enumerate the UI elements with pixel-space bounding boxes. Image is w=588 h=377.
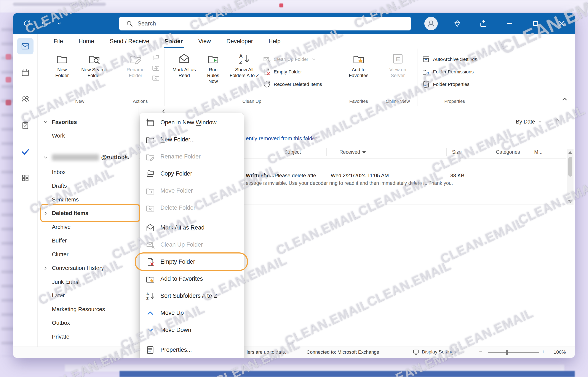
menu-item-add-to-favorites[interactable]: Add to Favorites [140,270,244,287]
account-header[interactable]: @outlook. [38,149,138,165]
recover-deleted-items-button[interactable]: Recover Deleted Items [263,79,334,90]
ribbon-group-online-view: View on Server Online View [378,48,417,106]
column-categories[interactable]: Categories [496,149,520,155]
account-avatar[interactable] [418,13,444,34]
premium-diamond-button[interactable] [444,13,470,34]
folder-item-outbox[interactable]: Outbox [38,316,138,330]
undo-icon[interactable] [39,19,48,28]
folder-item-deleted-items[interactable]: Deleted Items [38,206,138,220]
zoom-slider-thumb[interactable] [506,350,508,355]
folder-item-later[interactable]: Later [38,289,138,303]
run-rules-now-button[interactable]: Run Rules Now [200,50,226,87]
ribbon-group-favorites: Add to Favorites Favorites [339,48,378,106]
folder-item-marketing-resources[interactable]: Marketing Resources [38,303,138,316]
background-text-blur [13,3,106,6]
menu-item-delete-folder: Delete Folder [140,199,244,216]
person-icon [427,19,435,28]
tab-developer[interactable]: Developer [219,34,261,48]
folder-item-sent-items[interactable]: Sent Items [38,193,138,207]
menu-item-move-down[interactable]: Move Down [140,321,244,339]
chevron-right-icon [43,265,49,271]
folder-item-archive[interactable]: Archive [38,220,138,234]
new-folder-button[interactable]: New Folder [49,50,76,81]
mail-icon [21,42,30,51]
column-received[interactable]: Received [339,149,366,155]
add-to-favorites-button[interactable]: Add to Favorites [344,50,373,81]
maximize-button[interactable] [523,13,549,34]
minimize-button[interactable] [496,13,523,34]
group-label-properties: Properties [422,98,487,105]
column-divider [446,148,447,156]
autoarchive-settings-button[interactable]: AutoArchive Settings [422,54,487,65]
tab-view[interactable]: View [190,34,219,48]
favorites-header[interactable]: Favorites [38,115,138,129]
close-button[interactable] [549,13,575,34]
column-subject[interactable]: Subject [284,149,301,155]
search-bar[interactable] [119,17,411,30]
column-more[interactable]: M... [534,149,542,155]
scroll-down-icon[interactable] [568,200,572,203]
scroll-up-icon[interactable] [568,151,572,154]
recover-items-link[interactable]: ently removed from this folder [246,135,317,142]
scrollbar-thumb[interactable] [568,157,572,177]
tab-send-receive[interactable]: Send / Receive [102,34,157,48]
display-settings-button[interactable]: Display Settings [413,349,456,355]
popout-window-button[interactable] [470,13,496,34]
folder-item-buffer[interactable]: Buffer [38,234,138,248]
tab-home[interactable]: Home [71,34,102,48]
folder-properties-button[interactable]: Folder Properties [422,79,487,90]
tab-file[interactable]: File [46,34,71,48]
rail-apps-button[interactable] [17,170,34,186]
folder-item-junk-email[interactable]: Junk Email [38,275,138,289]
folder-permissions-button[interactable]: Folder Permissions [422,66,487,78]
sort-az-icon [146,292,155,301]
zoom-level[interactable]: 100% [554,349,566,355]
folder-item-work[interactable]: Work [38,129,138,143]
zoom-slider-track[interactable] [488,352,539,353]
new-search-folder-label: New Search Folder [79,67,109,78]
folder-item-drafts[interactable]: Drafts [38,179,138,193]
sort-descending-icon [362,151,366,153]
status-bar: lers are up to date. Connected to: Micro… [13,347,575,358]
sort-by-date-button[interactable]: By Date [516,118,542,125]
column-divider [488,148,488,156]
menu-item-mark-all-as-read[interactable]: Mark All as Read [140,219,244,236]
folder-item-conversation-history[interactable]: Conversation History [38,261,138,275]
rail-mail-button[interactable] [17,38,34,54]
menu-item-move-up[interactable]: Move Up [140,305,244,321]
scrollbar[interactable] [567,149,574,205]
mark-all-as-read-button[interactable]: Mark All as Read [169,50,199,81]
empty-folder-button[interactable]: Empty Folder [263,66,334,78]
folder-item-clutter[interactable]: Clutter [38,248,138,261]
empty-folder-icon [263,68,271,76]
search-input[interactable] [138,20,411,27]
group-label-favorites: Favorites [344,98,373,105]
menu-item-properties[interactable]: Properties... [140,341,244,358]
new-search-folder-button[interactable]: New Search Folder [77,50,111,81]
minimize-icon [507,23,512,24]
tab-folder[interactable]: Folder [157,34,191,48]
zoom-in-button[interactable]: + [541,349,545,355]
menu-item-new-folder[interactable]: New Folder... [140,131,244,148]
background-icon-blur [6,77,11,82]
folder-item-inbox[interactable]: Inbox [38,165,138,179]
chevron-down-icon [146,326,155,335]
menu-item-sort-subfolders[interactable]: Sort Subfolders A to Z [140,287,244,305]
quick-access-chevron-icon[interactable] [56,21,62,26]
show-all-folders-button[interactable]: Show All Folders A to Z [227,50,261,81]
rail-people-button[interactable] [17,91,34,107]
folder-item-private[interactable]: Private [38,330,138,344]
apps-grid-icon [21,173,30,182]
rail-calendar-button[interactable] [17,64,34,81]
collapse-ribbon-icon[interactable] [561,95,568,103]
rail-tasks-button[interactable] [17,117,34,133]
sort-direction-icon[interactable] [553,117,561,125]
column-size[interactable]: Size [452,149,462,155]
zoom-out-button[interactable]: − [479,349,482,355]
sync-icon[interactable] [23,19,31,28]
menu-item-empty-folder[interactable]: Empty Folder [140,253,244,270]
tab-help[interactable]: Help [261,34,288,48]
menu-item-copy-folder[interactable]: Copy Folder [140,165,244,182]
rail-todo-button[interactable] [17,143,34,160]
menu-item-open-in-new-window[interactable]: Open in New Window [140,114,244,131]
